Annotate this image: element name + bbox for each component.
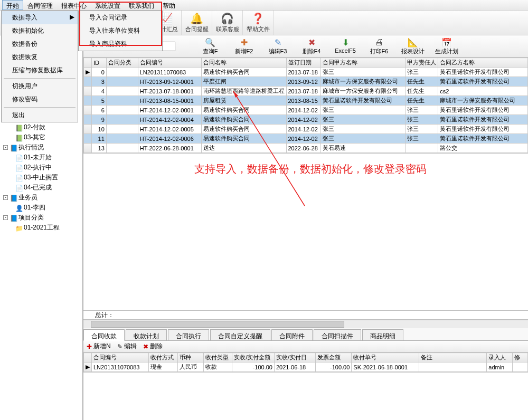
mi-import-contract[interactable]: 导入合同记录 — [79, 11, 162, 24]
tree-node[interactable]: 📁01-2021工程 — [2, 223, 82, 233]
col-header[interactable]: ID — [92, 58, 107, 68]
toolbar-btn-4[interactable]: 🎧联系客服 — [212, 11, 243, 35]
tree-expander[interactable]: - — [3, 195, 8, 200]
tree-node[interactable]: 📄04-已完成 — [2, 183, 82, 193]
tree-node[interactable]: 📗02-付款 — [2, 122, 82, 132]
filter-btn-7[interactable]: 📅生成计划 — [430, 37, 464, 55]
h-scrollbar[interactable] — [83, 320, 528, 328]
tree-node[interactable]: 📄01-未开始 — [2, 152, 82, 163]
tab-0[interactable]: 合同收款 — [83, 329, 125, 341]
tab-1[interactable]: 收款计划 — [126, 329, 167, 340]
col-header[interactable]: 币种 — [177, 353, 203, 362]
table-row[interactable]: ▶LN201311070083现金人民币收款-100.002021-06-18-… — [84, 362, 528, 372]
col-header[interactable]: 合同名称 — [201, 58, 286, 68]
tree-node[interactable]: 📗03-其它 — [2, 132, 82, 142]
col-header[interactable]: 收付方式 — [149, 353, 178, 362]
filter-btn-6[interactable]: 📐报表设计 — [396, 37, 430, 55]
toolbar-btn-5[interactable]: ❓帮助文件 — [243, 11, 274, 35]
col-header[interactable]: 修 — [513, 353, 528, 362]
mi-data-init[interactable]: 数据初始化 — [2, 24, 78, 37]
toolbar-icon-4: 🎧 — [212, 12, 242, 25]
tree-node[interactable]: 👤01-李四 — [2, 203, 82, 213]
contract-grid[interactable]: ID合同分类合同编号合同名称签订日期合同甲方名称甲方责任人合同乙方名称▶0LN2… — [83, 58, 528, 154]
col-header[interactable]: 签订日期 — [286, 58, 321, 68]
tree-icon: 📘 — [10, 215, 17, 221]
table-row[interactable]: 4HT-2013-07-18-0001南环路慧垣西路等道路桥梁工程2013-07… — [84, 87, 528, 96]
col-header[interactable]: 收付单号 — [352, 353, 419, 362]
col-header[interactable]: 甲方责任人 — [406, 58, 438, 68]
mi-import-goods[interactable]: 导入商品资料 — [79, 37, 162, 51]
col-header[interactable]: 合同编号 — [138, 58, 201, 68]
filter-icon-0: 🔍 — [193, 37, 227, 47]
mi-data-restore[interactable]: 数据恢复 — [2, 51, 78, 64]
tree-node[interactable]: -📘项目分类 — [2, 213, 82, 223]
tree-node[interactable]: 📄03-中止搁置 — [2, 173, 82, 183]
table-row[interactable]: 9HT-2014-12-02-0004易速软件购买合同2014-12-02张三张… — [84, 115, 528, 125]
annotation-text: 支持导入，数据备份，数据初始化，修改登录密码 — [194, 162, 427, 176]
col-header[interactable]: 实收/实付日 — [274, 353, 315, 362]
tree-node[interactable]: 📄02-执行中 — [2, 163, 82, 173]
mi-import-partner[interactable]: 导入往来单位资料 — [79, 24, 162, 37]
col-header[interactable]: 实收/实付金额 — [232, 353, 275, 362]
menu-contact[interactable]: 联系我们 — [125, 0, 158, 10]
menu-report[interactable]: 报表中心 — [57, 0, 91, 10]
menu-help[interactable]: 帮助 — [158, 0, 180, 10]
mi-change-pwd[interactable]: 修改密码 — [2, 93, 78, 106]
menu-start[interactable]: 开始 — [2, 0, 23, 10]
menu-settings[interactable]: 系统设置 — [91, 0, 125, 10]
tab-6[interactable]: 商品明细 — [362, 329, 403, 340]
filter-icon-3: ✖ — [295, 37, 328, 47]
menu-contract[interactable]: 合同管理 — [23, 0, 57, 10]
table-row[interactable]: 10HT-2014-12-02-0005易速软件购买合同2014-12-02张三… — [84, 125, 528, 134]
payment-grid[interactable]: 合同编号收付方式币种收付类型实收/实付金额实收/实付日发票金额收付单号备注录入人… — [83, 352, 528, 373]
toolbar-icon-5: ❓ — [243, 12, 273, 25]
table-row[interactable]: 11HT-2014-12-02-0006易速软件购买合同2014-12-02张三… — [84, 134, 528, 144]
filter-btn-1[interactable]: ✚新增F2 — [227, 37, 261, 55]
filter-icon-5: 🖨 — [362, 37, 396, 47]
tree-expander[interactable]: - — [3, 215, 8, 220]
filter-btn-2[interactable]: ✎编辑F3 — [261, 37, 295, 55]
tree-icon: 📘 — [10, 195, 17, 201]
edit-button[interactable]: ✎编辑 — [117, 342, 137, 351]
mi-compress-repair[interactable]: 压缩与修复数据库 — [2, 64, 78, 77]
tree-node[interactable]: -📘业务员 — [2, 193, 82, 203]
table-row[interactable]: 6HT-2014-12-02-0001易速软件购买合同2014-12-02张三张… — [84, 106, 528, 115]
tab-3[interactable]: 合同自定义提醒 — [210, 329, 270, 340]
add-button[interactable]: ✚新增N — [87, 342, 111, 351]
menubar: 开始 合同管理 报表中心 系统设置 联系我们 帮助 — [0, 0, 528, 11]
tree-icon: 📄 — [15, 175, 23, 181]
mi-switch-user[interactable]: 切换用户 — [2, 80, 78, 93]
import-submenu: 导入合同记录 导入往来单位资料 导入商品资料 — [78, 11, 163, 51]
filter-icon-7: 📅 — [430, 37, 464, 47]
col-header[interactable]: 合同分类 — [106, 58, 138, 68]
col-header[interactable]: 备注 — [419, 353, 487, 362]
col-header[interactable]: 合同编号 — [92, 353, 149, 362]
tab-5[interactable]: 合同扫描件 — [314, 329, 361, 340]
table-row[interactable]: 13HT-2022-06-28-0001送达2022-06-28黄石易速路公交 — [84, 144, 528, 153]
tab-2[interactable]: 合同执行 — [168, 329, 209, 340]
mi-data-import[interactable]: 数据导入▶ — [2, 11, 78, 24]
tree-icon: 📗 — [15, 135, 23, 141]
table-row[interactable]: 5HT-2013-08-15-0001房屋租赁2013-08-15黄石里诺软件开… — [84, 96, 528, 106]
tree-node[interactable]: -📘执行情况 — [2, 142, 82, 152]
tab-4[interactable]: 合同附件 — [271, 329, 313, 340]
submenu-arrow-icon: ▶ — [70, 13, 74, 21]
col-header[interactable]: 合同甲方名称 — [321, 58, 406, 68]
start-menu-dropdown: 数据导入▶ 数据初始化 数据备份 数据恢复 压缩与修复数据库 切换用户 修改密码… — [1, 11, 78, 122]
col-header[interactable]: 收付类型 — [203, 353, 232, 362]
filter-btn-5[interactable]: 🖨打印F6 — [362, 37, 396, 55]
mi-exit[interactable]: 退出 — [2, 109, 78, 122]
col-header[interactable]: 录入人 — [487, 353, 513, 362]
filter-btn-4[interactable]: ⬇ExcelF5 — [328, 37, 362, 55]
toolbar-btn-3[interactable]: 🔔合同提醒 — [182, 11, 212, 35]
col-header[interactable]: 合同乙方名称 — [438, 58, 528, 68]
col-header[interactable]: 发票金额 — [316, 353, 352, 362]
mi-data-backup[interactable]: 数据备份 — [2, 37, 78, 51]
delete-button[interactable]: ✖删除 — [143, 342, 163, 351]
filter-btn-3[interactable]: ✖删除F4 — [295, 37, 328, 55]
tree-icon: 📗 — [15, 125, 23, 131]
table-row[interactable]: 3HT-2013-09-12-0001平度扛闸2013-09-12麻城市一方保安… — [84, 77, 528, 87]
tree-expander[interactable]: - — [3, 145, 8, 150]
table-row[interactable]: ▶0LN201311070083易速软件购买合同2013-07-18张三张三黄石… — [84, 68, 528, 77]
filter-btn-0[interactable]: 🔍查询F — [193, 37, 227, 55]
